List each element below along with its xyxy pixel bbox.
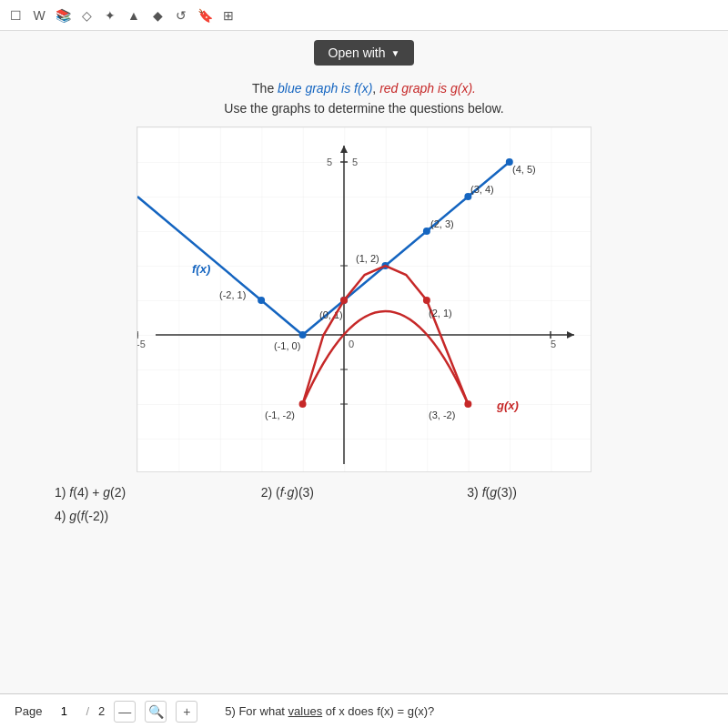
label-0-1: (0, 1) (319, 309, 343, 320)
page-separator: / (86, 704, 89, 718)
desc-comma: , (372, 81, 379, 96)
svg-text:0: 0 (349, 339, 354, 349)
book-icon[interactable]: 📚 (55, 7, 71, 24)
refresh-icon[interactable]: ↺ (173, 7, 189, 24)
dropdown-arrow-icon: ▼ (391, 48, 400, 58)
triangle-icon[interactable]: ▲ (126, 7, 142, 24)
bookmark-icon[interactable]: 🔖 (197, 7, 213, 24)
y-label-5: 5 (352, 157, 358, 167)
w-icon[interactable]: W (31, 7, 47, 24)
red-function-label: red graph is g(x). (379, 81, 476, 96)
fx-label: f(x) (192, 262, 210, 276)
graph-container: -5 0 5 5 (36, 126, 692, 472)
open-with-bar: Open with ▼ (0, 31, 728, 71)
open-with-button[interactable]: Open with ▼ (314, 40, 415, 66)
label-2-3: (2, 3) (430, 218, 454, 229)
label-2-1: (2, 1) (429, 308, 452, 318)
red-point-3-m2 (464, 400, 471, 408)
gx-label: g(x) (496, 399, 519, 412)
toolbar: ☐ W 📚 ◇ ✦ ▲ ◆ ↺ 🔖 ⊞ (0, 0, 728, 31)
svg-text:5: 5 (327, 157, 332, 167)
svg-text:-5: -5 (136, 339, 146, 349)
zoom-out-button[interactable]: — (114, 701, 136, 723)
label-3-m2: (3, -2) (429, 410, 455, 420)
open-with-label: Open with (329, 46, 386, 60)
question-2: 2) (f·g)(3) (261, 485, 468, 500)
red-point-2-1 (423, 297, 430, 304)
label-4-5: (4, 5) (512, 164, 536, 175)
question-5-preview: 5) For what values of x does f(x) = g(x)… (225, 704, 434, 718)
label-1-2: (1, 2) (356, 253, 379, 264)
diamond-icon[interactable]: ◇ (78, 7, 95, 24)
questions-section: 1) f(4) + g(2) 2) (f·g)(3) 3) f(g(3)) 4)… (36, 472, 692, 531)
page-label: Page (15, 704, 42, 718)
content-area: The blue graph is f(x), red graph is g(x… (0, 71, 728, 538)
blue-point-2-3 (423, 228, 430, 235)
page-total: 2 (98, 704, 105, 718)
question-4: 4) g(f(-2)) (55, 509, 261, 523)
desc-prefix: The (252, 81, 278, 96)
search-button[interactable]: 🔍 (145, 701, 167, 723)
question-1: 1) f(4) + g(2) (55, 485, 261, 500)
red-point-0-1 (340, 297, 348, 304)
graph-svg: -5 0 5 5 (136, 126, 592, 472)
plus-box-icon[interactable]: ⊞ (220, 7, 237, 24)
description-line2: Use the graphs to determine the question… (36, 98, 692, 118)
description: The blue graph is f(x), red graph is g(x… (36, 78, 692, 119)
blue-point-m1-0 (299, 331, 307, 339)
label-m2-1: (-2, 1) (219, 289, 246, 300)
gem-icon[interactable]: ◆ (149, 7, 166, 24)
zoom-in-button[interactable]: + (176, 701, 197, 723)
blue-function-label: blue graph is f(x) (278, 81, 372, 96)
blue-point-m2-1 (258, 297, 265, 304)
red-point-m1-m2 (299, 400, 307, 408)
label-3-4: (3, 4) (470, 184, 494, 195)
question-3: 3) f(g(3)) (467, 485, 673, 500)
svg-rect-0 (137, 127, 592, 472)
checkbox-icon[interactable]: ☐ (7, 7, 24, 24)
description-line1: The blue graph is f(x), red graph is g(x… (36, 78, 692, 98)
bottom-bar: Page / 2 — 🔍 + 5) For what values of x d… (0, 693, 728, 728)
label-m1-0: (-1, 0) (274, 340, 300, 351)
label-m1-m2: (-1, -2) (265, 410, 295, 420)
page-number-input[interactable] (51, 704, 76, 718)
star-icon[interactable]: ✦ (102, 7, 118, 24)
svg-text:5: 5 (551, 339, 556, 349)
